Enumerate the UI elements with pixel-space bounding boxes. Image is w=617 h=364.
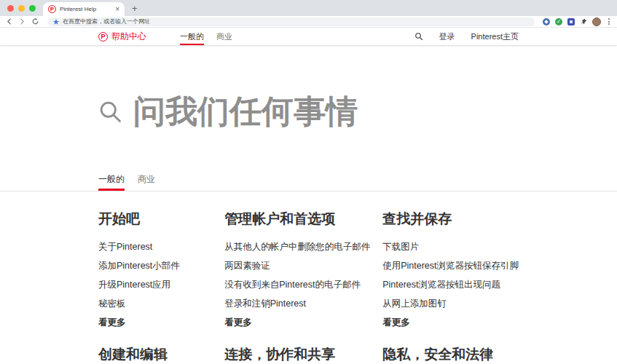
address-bar-placeholder: 在百度中搜索，或者输入一个网址 — [63, 19, 150, 25]
see-more-link[interactable]: 看更多 — [382, 317, 410, 328]
section-get-started: 开始吧 关于Pinterest 添加Pinterest小部件 升级Pintere… — [98, 212, 212, 328]
content-tab-business[interactable]: 商业 — [138, 175, 155, 191]
section-title: 创建和编辑 — [98, 347, 212, 362]
main-content: 一般的 商业 开始吧 关于Pinterest 添加Pinterest小部件 升级… — [0, 45, 617, 364]
tab-title: Pinterest Help — [60, 6, 111, 12]
list-item: 下载图片 — [382, 234, 519, 253]
header-tab-general[interactable]: 一般的 — [180, 28, 204, 45]
article-link[interactable]: 升级Pinterest应用 — [98, 280, 170, 290]
article-link[interactable]: 登录和注销Pinterest — [224, 298, 306, 309]
window-controls — [4, 5, 43, 12]
article-link[interactable]: 从其他人的帐户中删除您的电子邮件 — [224, 242, 370, 252]
article-link[interactable]: 两因素验证 — [224, 261, 270, 271]
site-header: P 帮助中心 一般的 商业 登录 Pinterest主页 — [0, 28, 617, 45]
site-badge-icon — [53, 19, 59, 25]
browser-window: P Pinterest Help × + 在百度中搜索，或者输入一个网址 ✓ — [0, 0, 617, 364]
list-item: 关于Pinterest — [98, 234, 212, 253]
article-link[interactable]: 从网上添加图钉 — [382, 298, 447, 309]
window-close-button[interactable] — [7, 5, 14, 12]
article-link[interactable]: 下载图片 — [382, 242, 419, 252]
section-title: 开始吧 — [98, 212, 212, 226]
search-icon[interactable] — [414, 32, 423, 41]
hero-search-input[interactable] — [133, 93, 512, 130]
new-tab-button[interactable]: + — [132, 4, 138, 13]
pinterest-home-link[interactable]: Pinterest主页 — [471, 33, 519, 41]
section-title: 管理帐户和首选项 — [224, 212, 370, 226]
see-more-link[interactable]: 看更多 — [98, 317, 126, 328]
section-title: 隐私，安全和法律 — [382, 347, 519, 362]
content-tab-general[interactable]: 一般的 — [98, 175, 125, 191]
section-find-save: 查找并保存 下载图片 使用Pinterest浏览器按钮保存引脚 Pinteres… — [382, 212, 519, 328]
list-item: 两因素验证 — [224, 253, 370, 272]
section-manage-account: 管理帐户和首选项 从其他人的帐户中删除您的电子邮件 两因素验证 没有收到来自Pi… — [224, 212, 370, 328]
extension-icons: ✓ — [543, 17, 612, 26]
article-link[interactable]: 使用Pinterest浏览器按钮保存引脚 — [382, 261, 519, 271]
article-link[interactable]: 添加Pinterest小部件 — [98, 261, 180, 271]
hero-search-icon — [98, 100, 122, 124]
list-item: 添加Pinterest小部件 — [98, 253, 212, 272]
profile-avatar[interactable] — [592, 17, 601, 26]
article-link[interactable]: 关于Pinterest — [98, 242, 152, 252]
section-privacy-safety: 隐私，安全和法律 Pinterest上的个性化广告 — [382, 347, 519, 364]
browser-menu-icon[interactable] — [606, 18, 612, 25]
list-item: 没有收到来自Pinterest的电子邮件 — [224, 272, 370, 290]
list-item: 从其他人的帐户中删除您的电子邮件 — [224, 234, 370, 253]
article-link[interactable]: 没有收到来自Pinterest的电子邮件 — [224, 280, 361, 290]
section-create-edit: 创建和编辑 根据您的照片创建图钉 — [98, 347, 212, 364]
reload-icon[interactable] — [31, 17, 39, 25]
header-right: 登录 Pinterest主页 — [414, 32, 519, 41]
list-item: Pinterest浏览器按钮出现问题 — [382, 272, 519, 290]
pinterest-logo-icon: P — [98, 32, 108, 41]
header-nav: 一般的 商业 — [180, 28, 232, 45]
compass-extension-icon[interactable] — [543, 18, 550, 25]
window-zoom-button[interactable] — [29, 5, 36, 12]
content-tabs-bar: 一般的 商业 — [0, 175, 617, 191]
tab-close-icon[interactable]: × — [115, 6, 119, 13]
browser-tab[interactable]: P Pinterest Help × — [43, 2, 125, 16]
browser-tab-strip: P Pinterest Help × + — [0, 0, 617, 16]
back-icon[interactable] — [5, 17, 13, 25]
topic-grid: 开始吧 关于Pinterest 添加Pinterest小部件 升级Pintere… — [98, 212, 519, 364]
section-title: 查找并保存 — [382, 212, 519, 226]
pinterest-help-logo[interactable]: P 帮助中心 — [98, 32, 146, 41]
hero-search — [98, 45, 519, 130]
list-item: 升级Pinterest应用 — [98, 272, 212, 290]
article-link[interactable]: Pinterest浏览器按钮出现问题 — [382, 280, 500, 290]
browser-toolbar: 在百度中搜索，或者输入一个网址 ✓ — [0, 16, 617, 28]
section-connect-share: 连接，协作和共享 寻找并关注人 — [224, 347, 370, 364]
pushpin-extension-icon[interactable] — [580, 18, 587, 25]
section-title: 连接，协作和共享 — [224, 347, 370, 362]
pinterest-favicon-icon: P — [48, 5, 56, 13]
check-extension-icon[interactable]: ✓ — [555, 18, 562, 25]
list-item: 使用Pinterest浏览器按钮保存引脚 — [382, 253, 519, 272]
list-item: 秘密板 — [98, 290, 212, 309]
logo-label: 帮助中心 — [111, 32, 146, 41]
article-link[interactable]: 秘密板 — [98, 298, 126, 309]
see-more-link[interactable]: 看更多 — [224, 317, 252, 328]
login-link[interactable]: 登录 — [439, 33, 455, 41]
forward-icon[interactable] — [18, 17, 26, 25]
address-bar[interactable]: 在百度中搜索，或者输入一个网址 — [47, 17, 535, 26]
list-item: 看更多 — [224, 309, 370, 328]
window-minimize-button[interactable] — [18, 5, 25, 12]
list-item: 从网上添加图钉 — [382, 290, 519, 309]
list-item: 看更多 — [98, 309, 212, 328]
list-item: 看更多 — [382, 309, 519, 328]
bookmark-extension-icon[interactable] — [567, 18, 575, 25]
list-item: 登录和注销Pinterest — [224, 290, 370, 309]
header-tab-business[interactable]: 商业 — [216, 28, 232, 45]
